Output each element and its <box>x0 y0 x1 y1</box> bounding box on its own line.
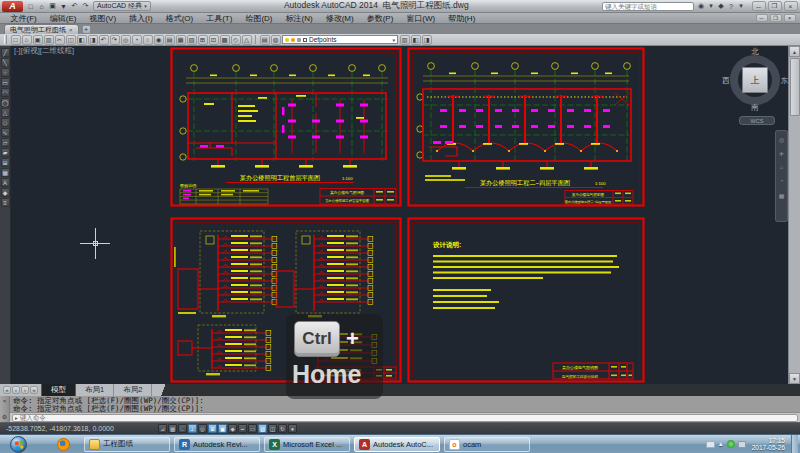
app-logo-button[interactable]: A <box>2 1 23 12</box>
status-toggle[interactable]: ● <box>288 424 297 433</box>
draw-tool-icon[interactable]: ○ <box>1 68 10 77</box>
doc-close-button[interactable]: × <box>784 14 796 22</box>
qat-icon[interactable]: ⌂ <box>37 1 47 11</box>
toolbar-icon[interactable]: ◎ <box>121 35 131 45</box>
taskbar-button-ocam[interactable]: o ocam <box>444 437 530 452</box>
menu-view[interactable]: 视图(V) <box>83 13 123 24</box>
layer-lock-icon[interactable] <box>297 38 301 42</box>
infocenter-search[interactable] <box>602 2 694 11</box>
drawing-canvas[interactable]: [-][俯视][二维线框] <box>11 46 788 384</box>
toolbar-icon[interactable]: ◧ <box>77 35 87 45</box>
toolbar-icon[interactable]: ▤ <box>165 35 175 45</box>
vertical-scrollbar[interactable]: ▲ ▼ <box>788 46 800 384</box>
status-toggle[interactable]: ◎ <box>198 424 207 433</box>
start-button[interactable] <box>10 436 27 453</box>
infocenter-icon[interactable]: ▾ <box>707 1 716 11</box>
toolbar-icon[interactable]: ▩ <box>220 35 230 45</box>
toolbar-icon[interactable]: ▥ <box>44 35 54 45</box>
tab-layout1[interactable]: 布局1 <box>76 384 114 396</box>
tab-nav-button[interactable]: › <box>21 386 29 394</box>
doc-restore-button[interactable]: ❐ <box>770 14 782 22</box>
toolbar-icon[interactable]: ◔ <box>132 35 142 45</box>
status-toggle[interactable]: ▨ <box>258 424 267 433</box>
draw-tool-icon[interactable]: ▱ <box>1 138 10 147</box>
status-toggle[interactable]: ◫ <box>268 424 277 433</box>
layer-toolbar-icon[interactable]: ▤ <box>260 35 270 45</box>
tray-language-icon[interactable] <box>706 441 715 448</box>
status-toggle[interactable]: ⊞ <box>208 424 217 433</box>
draw-tool-icon[interactable]: ◆ <box>1 188 10 197</box>
menu-parametric[interactable]: 参数(P) <box>360 13 400 24</box>
draw-tool-icon[interactable]: ╱ <box>1 48 10 57</box>
layer-on-icon[interactable] <box>285 38 289 42</box>
status-toggle[interactable]: ⊿ <box>158 424 167 433</box>
toolbar-icon[interactable]: ⌂ <box>22 35 32 45</box>
navbar-icon[interactable]: ◎ <box>777 135 786 143</box>
qat-icon[interactable]: ↶ <box>70 1 80 11</box>
command-input-field[interactable]: ▸ <box>12 414 798 422</box>
taskbar-clock[interactable]: 17:15 2017-05-26 <box>752 437 785 452</box>
toolbar-icon[interactable]: ⊞ <box>198 35 208 45</box>
navbar-icon[interactable]: ⌂ <box>777 163 786 171</box>
toolbar-icon[interactable]: □ <box>11 35 21 45</box>
menu-insert[interactable]: 插入(I) <box>123 13 160 24</box>
qat-icon[interactable]: ▼ <box>59 1 69 11</box>
close-icon[interactable]: × <box>3 398 7 404</box>
menu-tools[interactable]: 工具(T) <box>200 13 239 24</box>
status-toggle[interactable]: ↻ <box>278 424 287 433</box>
layer-toolbar-icon[interactable]: ◧ <box>411 35 421 45</box>
draw-tool-icon[interactable]: △ <box>1 108 10 117</box>
wcs-dropdown[interactable]: WCS <box>739 116 775 125</box>
draw-tool-icon[interactable]: ⊞ <box>1 158 10 167</box>
status-toggle[interactable]: ▣ <box>218 424 227 433</box>
infocenter-icon[interactable]: ◆ <box>717 1 726 11</box>
status-toggle[interactable]: ⊥ <box>188 424 197 433</box>
tab-nav-button[interactable]: « <box>3 386 11 394</box>
draw-tool-icon[interactable]: ◯ <box>1 98 10 107</box>
close-button[interactable]: × <box>784 1 798 11</box>
restore-button[interactable]: ❐ <box>768 1 782 11</box>
compass-north-label[interactable]: 北 <box>723 47 787 57</box>
toolbar-icon[interactable]: ◇ <box>231 35 241 45</box>
toolbar-icon[interactable]: ↷ <box>110 35 120 45</box>
infocenter-icon[interactable]: ? <box>727 1 736 11</box>
status-toggle[interactable]: ▭ <box>248 424 257 433</box>
viewport-controls[interactable]: [-][俯视][二维线框] <box>14 46 74 56</box>
scroll-up-arrow[interactable]: ▲ <box>789 46 800 57</box>
tab-model[interactable]: 模型 <box>41 384 76 396</box>
menu-modify[interactable]: 修改(M) <box>319 13 360 24</box>
customize-icon[interactable]: ⚙ <box>2 413 7 420</box>
firefox-icon[interactable] <box>57 438 70 451</box>
draw-tool-icon[interactable]: ≡ <box>1 198 10 207</box>
coordinates-readout[interactable]: -52838.7052, -41807.3618, 0.0000 <box>6 425 158 432</box>
taskbar-button-revit[interactable]: R Autodesk Revi... <box>174 437 260 452</box>
tab-nav-button[interactable]: ‹ <box>12 386 20 394</box>
menu-format[interactable]: 格式(O) <box>159 13 200 24</box>
new-tab-button[interactable]: + <box>82 25 91 34</box>
toolbar-icon[interactable]: △ <box>242 35 252 45</box>
draw-tool-icon[interactable]: ▭ <box>1 78 10 87</box>
tray-ocam-icon[interactable] <box>727 440 735 448</box>
toolbar-icon[interactable]: ◉ <box>154 35 164 45</box>
search-input[interactable] <box>605 3 691 10</box>
draw-tool-icon[interactable]: ▰ <box>1 148 10 157</box>
menu-help[interactable]: 帮助(H) <box>442 13 482 24</box>
tab-layout2[interactable]: 布局2 <box>114 384 152 396</box>
draw-tool-icon[interactable]: ╲ <box>1 58 10 67</box>
viewcube[interactable]: 北 南 西 东 上 <box>723 48 787 112</box>
toolbar-icon[interactable]: ◨ <box>88 35 98 45</box>
compass-west-label[interactable]: 西 <box>722 76 730 86</box>
menu-dimension[interactable]: 标注(N) <box>279 13 319 24</box>
taskbar-button-excel[interactable]: X Microsoft Excel ... <box>264 437 350 452</box>
command-input[interactable] <box>20 414 795 422</box>
status-toggle[interactable]: ◆ <box>228 424 237 433</box>
qat-icon[interactable]: ↷ <box>81 1 91 11</box>
compass-south-label[interactable]: 南 <box>723 103 787 113</box>
status-toggle[interactable]: ━ <box>238 424 247 433</box>
layer-toolbar-icon[interactable]: ◨ <box>422 35 432 45</box>
menu-draw[interactable]: 绘图(D) <box>239 13 279 24</box>
draw-tool-icon[interactable]: ∿ <box>1 128 10 137</box>
toolbar-grip[interactable] <box>4 35 7 44</box>
draw-tool-icon[interactable]: ▦ <box>1 168 10 177</box>
toolbar-icon[interactable]: ⊡ <box>209 35 219 45</box>
